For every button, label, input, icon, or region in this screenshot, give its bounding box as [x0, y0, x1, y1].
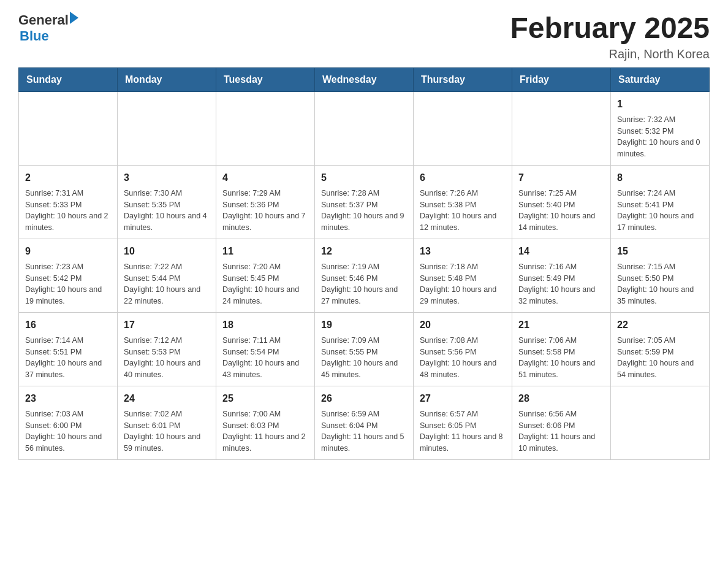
day-number: 23	[25, 391, 111, 406]
table-row: 14Sunrise: 7:16 AM Sunset: 5:49 PM Dayli…	[512, 239, 611, 312]
day-info: Sunrise: 7:22 AM Sunset: 5:44 PM Dayligh…	[124, 261, 210, 307]
table-row: 6Sunrise: 7:26 AM Sunset: 5:38 PM Daylig…	[414, 165, 512, 239]
calendar-week-row: 16Sunrise: 7:14 AM Sunset: 5:51 PM Dayli…	[19, 312, 710, 386]
table-row	[118, 91, 216, 165]
day-info: Sunrise: 7:25 AM Sunset: 5:40 PM Dayligh…	[518, 188, 604, 234]
table-row: 27Sunrise: 6:57 AM Sunset: 6:05 PM Dayli…	[414, 386, 512, 459]
day-info: Sunrise: 7:23 AM Sunset: 5:42 PM Dayligh…	[25, 261, 111, 307]
table-row: 16Sunrise: 7:14 AM Sunset: 5:51 PM Dayli…	[19, 312, 118, 386]
table-row: 15Sunrise: 7:15 AM Sunset: 5:50 PM Dayli…	[611, 239, 710, 312]
table-row: 28Sunrise: 6:56 AM Sunset: 6:06 PM Dayli…	[512, 386, 611, 459]
day-number: 25	[222, 391, 308, 406]
table-row	[414, 91, 512, 165]
day-info: Sunrise: 7:09 AM Sunset: 5:55 PM Dayligh…	[321, 335, 407, 381]
calendar-table: Sunday Monday Tuesday Wednesday Thursday…	[18, 67, 710, 460]
day-number: 1	[617, 97, 703, 112]
day-info: Sunrise: 7:16 AM Sunset: 5:49 PM Dayligh…	[518, 261, 604, 307]
page-header: General Blue February 2025 Rajin, North …	[18, 12, 710, 61]
table-row: 13Sunrise: 7:18 AM Sunset: 5:48 PM Dayli…	[414, 239, 512, 312]
col-tuesday: Tuesday	[216, 67, 315, 91]
day-info: Sunrise: 7:03 AM Sunset: 6:00 PM Dayligh…	[25, 408, 111, 454]
day-info: Sunrise: 7:06 AM Sunset: 5:58 PM Dayligh…	[518, 335, 604, 381]
table-row	[315, 91, 414, 165]
day-info: Sunrise: 7:32 AM Sunset: 5:32 PM Dayligh…	[617, 114, 703, 160]
day-number: 11	[222, 244, 308, 259]
day-number: 22	[617, 318, 703, 332]
logo: General Blue	[18, 12, 78, 44]
day-number: 20	[420, 318, 506, 332]
day-number: 28	[518, 391, 604, 406]
day-info: Sunrise: 7:30 AM Sunset: 5:35 PM Dayligh…	[124, 188, 210, 234]
col-wednesday: Wednesday	[315, 67, 414, 91]
calendar-title: February 2025	[510, 12, 710, 45]
title-section: February 2025 Rajin, North Korea	[510, 12, 710, 61]
table-row: 2Sunrise: 7:31 AM Sunset: 5:33 PM Daylig…	[19, 165, 118, 239]
day-info: Sunrise: 7:28 AM Sunset: 5:37 PM Dayligh…	[321, 188, 407, 234]
day-info: Sunrise: 7:14 AM Sunset: 5:51 PM Dayligh…	[25, 335, 111, 381]
table-row	[19, 91, 118, 165]
calendar-week-row: 1Sunrise: 7:32 AM Sunset: 5:32 PM Daylig…	[19, 91, 710, 165]
table-row: 23Sunrise: 7:03 AM Sunset: 6:00 PM Dayli…	[19, 386, 118, 459]
col-monday: Monday	[118, 67, 216, 91]
calendar-week-row: 2Sunrise: 7:31 AM Sunset: 5:33 PM Daylig…	[19, 165, 710, 239]
table-row: 8Sunrise: 7:24 AM Sunset: 5:41 PM Daylig…	[611, 165, 710, 239]
day-number: 5	[321, 170, 407, 185]
table-row: 4Sunrise: 7:29 AM Sunset: 5:36 PM Daylig…	[216, 165, 315, 239]
table-row: 20Sunrise: 7:08 AM Sunset: 5:56 PM Dayli…	[414, 312, 512, 386]
table-row: 1Sunrise: 7:32 AM Sunset: 5:32 PM Daylig…	[611, 91, 710, 165]
day-info: Sunrise: 7:00 AM Sunset: 6:03 PM Dayligh…	[222, 408, 308, 454]
table-row: 24Sunrise: 7:02 AM Sunset: 6:01 PM Dayli…	[118, 386, 216, 459]
day-info: Sunrise: 6:57 AM Sunset: 6:05 PM Dayligh…	[420, 408, 506, 454]
day-number: 21	[518, 318, 604, 332]
day-number: 4	[222, 170, 308, 185]
day-number: 6	[420, 170, 506, 185]
day-number: 7	[518, 170, 604, 185]
day-number: 2	[25, 170, 111, 185]
day-number: 24	[124, 391, 210, 406]
day-number: 13	[420, 244, 506, 259]
table-row: 12Sunrise: 7:19 AM Sunset: 5:46 PM Dayli…	[315, 239, 414, 312]
day-info: Sunrise: 7:20 AM Sunset: 5:45 PM Dayligh…	[222, 261, 308, 307]
day-number: 17	[124, 318, 210, 332]
day-info: Sunrise: 6:59 AM Sunset: 6:04 PM Dayligh…	[321, 408, 407, 454]
col-thursday: Thursday	[414, 67, 512, 91]
col-friday: Friday	[512, 67, 611, 91]
calendar-header-row: Sunday Monday Tuesday Wednesday Thursday…	[19, 67, 710, 91]
table-row	[216, 91, 315, 165]
table-row: 25Sunrise: 7:00 AM Sunset: 6:03 PM Dayli…	[216, 386, 315, 459]
calendar-week-row: 23Sunrise: 7:03 AM Sunset: 6:00 PM Dayli…	[19, 386, 710, 459]
day-number: 3	[124, 170, 210, 185]
table-row: 10Sunrise: 7:22 AM Sunset: 5:44 PM Dayli…	[118, 239, 216, 312]
table-row	[611, 386, 710, 459]
day-info: Sunrise: 7:02 AM Sunset: 6:01 PM Dayligh…	[124, 408, 210, 454]
day-info: Sunrise: 7:08 AM Sunset: 5:56 PM Dayligh…	[420, 335, 506, 381]
day-info: Sunrise: 7:24 AM Sunset: 5:41 PM Dayligh…	[617, 188, 703, 234]
day-info: Sunrise: 6:56 AM Sunset: 6:06 PM Dayligh…	[518, 408, 604, 454]
day-number: 8	[617, 170, 703, 185]
day-info: Sunrise: 7:26 AM Sunset: 5:38 PM Dayligh…	[420, 188, 506, 234]
day-number: 18	[222, 318, 308, 332]
day-number: 14	[518, 244, 604, 259]
day-info: Sunrise: 7:05 AM Sunset: 5:59 PM Dayligh…	[617, 335, 703, 381]
calendar-subtitle: Rajin, North Korea	[510, 47, 710, 61]
day-info: Sunrise: 7:11 AM Sunset: 5:54 PM Dayligh…	[222, 335, 308, 381]
day-info: Sunrise: 7:31 AM Sunset: 5:33 PM Dayligh…	[25, 188, 111, 234]
table-row: 22Sunrise: 7:05 AM Sunset: 5:59 PM Dayli…	[611, 312, 710, 386]
logo-blue-text: Blue	[20, 28, 49, 44]
table-row: 5Sunrise: 7:28 AM Sunset: 5:37 PM Daylig…	[315, 165, 414, 239]
table-row: 11Sunrise: 7:20 AM Sunset: 5:45 PM Dayli…	[216, 239, 315, 312]
day-number: 9	[25, 244, 111, 259]
logo-arrow-icon	[70, 12, 78, 24]
logo-general-text: General	[18, 12, 69, 28]
table-row: 26Sunrise: 6:59 AM Sunset: 6:04 PM Dayli…	[315, 386, 414, 459]
day-info: Sunrise: 7:15 AM Sunset: 5:50 PM Dayligh…	[617, 261, 703, 307]
table-row: 9Sunrise: 7:23 AM Sunset: 5:42 PM Daylig…	[19, 239, 118, 312]
table-row: 21Sunrise: 7:06 AM Sunset: 5:58 PM Dayli…	[512, 312, 611, 386]
col-sunday: Sunday	[19, 67, 118, 91]
day-number: 19	[321, 318, 407, 332]
calendar-week-row: 9Sunrise: 7:23 AM Sunset: 5:42 PM Daylig…	[19, 239, 710, 312]
table-row: 3Sunrise: 7:30 AM Sunset: 5:35 PM Daylig…	[118, 165, 216, 239]
table-row: 17Sunrise: 7:12 AM Sunset: 5:53 PM Dayli…	[118, 312, 216, 386]
table-row: 7Sunrise: 7:25 AM Sunset: 5:40 PM Daylig…	[512, 165, 611, 239]
day-info: Sunrise: 7:12 AM Sunset: 5:53 PM Dayligh…	[124, 335, 210, 381]
